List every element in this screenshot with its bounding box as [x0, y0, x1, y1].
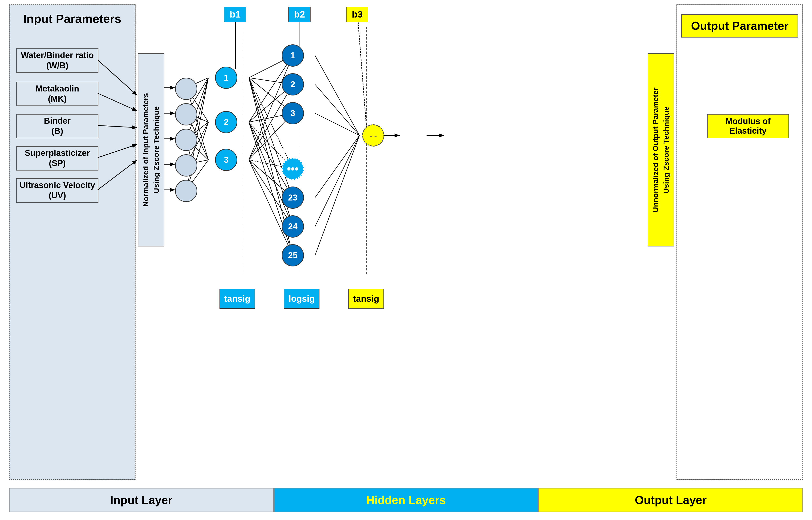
input-label-wb: Water/Binder ratio(W/B) [16, 48, 98, 73]
svg-line-46 [315, 135, 359, 198]
hl2-node-1: 1 [282, 45, 304, 67]
svg-line-48 [315, 135, 359, 255]
legend-bar: Input Layer Hidden Layers Output Layer [9, 487, 803, 513]
hl1-node-2: 2 [215, 111, 237, 133]
hl1-node-1: 1 [215, 67, 237, 89]
bias-b3: b3 [346, 7, 369, 22]
input-label-b: Binder(B) [16, 114, 98, 138]
unnorm-box: Unnormalized of Output ParameterUsing Zs… [648, 53, 674, 246]
gray-node-4 [175, 154, 197, 177]
svg-line-26 [249, 78, 293, 198]
legend-input: Input Layer [9, 488, 274, 512]
gray-node-5 [175, 180, 197, 202]
input-params-box: Input Parameters Water/Binder ratio(W/B)… [9, 4, 135, 480]
hl2-node-3: 3 [282, 102, 304, 124]
gray-node-3 [175, 129, 197, 151]
diagram-area: Input Parameters Water/Binder ratio(W/B)… [9, 4, 803, 480]
output-params-title: Output Parameter [681, 14, 798, 37]
svg-line-47 [315, 135, 359, 227]
bias-b2: b2 [288, 7, 311, 22]
legend-output: Output Layer [538, 488, 803, 512]
hl2-node-23: 23 [282, 186, 304, 209]
hl1-node-3: 3 [215, 149, 237, 171]
svg-line-54 [358, 17, 366, 129]
input-label-uv: Ultrasonic Velocity(UV) [16, 178, 98, 203]
svg-line-45 [315, 113, 359, 135]
main-container: Input Parameters Water/Binder ratio(W/B)… [0, 0, 812, 520]
input-params-title: Input Parameters [9, 12, 135, 26]
hl2-node-dots: ••• [282, 158, 304, 180]
svg-line-43 [315, 55, 359, 135]
unnorm-box-text: Unnormalized of Output ParameterUsing Zs… [650, 87, 671, 212]
gray-node-2 [175, 103, 197, 126]
gray-node-1 [175, 78, 197, 100]
bias-b1: b1 [224, 7, 246, 22]
hl2-node-24: 24 [282, 215, 304, 238]
legend-hidden: Hidden Layers [274, 488, 538, 512]
activation-logsig: logsig [284, 289, 320, 309]
hl2-node-25: 25 [282, 244, 304, 266]
svg-line-44 [315, 84, 359, 135]
modulus-box: Modulus of Elasticity [707, 114, 789, 138]
input-label-mk: Metakaolin(MK) [16, 82, 98, 106]
output-params-box: Output Parameter Modulus of Elasticity [677, 4, 803, 480]
norm-box-text: Normalized of Input ParametersUsing Zsco… [141, 93, 161, 207]
input-label-sp: Superplasticizer(SP) [16, 146, 98, 171]
hl2-node-2: 2 [282, 73, 304, 96]
norm-box: Normalized of Input ParametersUsing Zsco… [138, 53, 164, 246]
output-node: - - [362, 124, 384, 147]
activation-tansig-1: tansig [220, 289, 255, 309]
activation-tansig-2: tansig [348, 289, 384, 309]
